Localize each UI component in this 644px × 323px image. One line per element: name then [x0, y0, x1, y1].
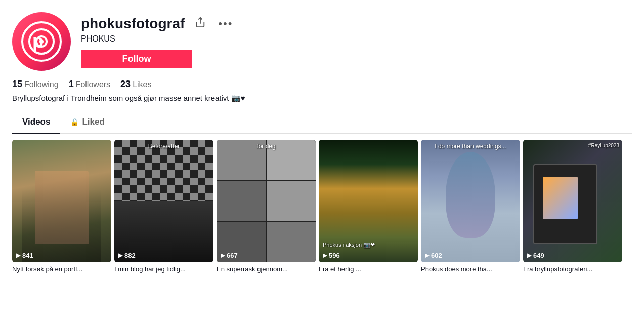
followers-label: Followers [76, 80, 110, 89]
videos-grid: ▶ 841 Nytt forsøk på en portf... Before/… [0, 134, 644, 279]
share-icon[interactable] [193, 15, 208, 32]
video-title: Nytt forsøk på en portf... [12, 265, 111, 273]
video-card[interactable]: Before/after ▶ 882 I min blog har jeg ti… [114, 140, 213, 273]
svg-text:p: p [32, 31, 44, 52]
play-icon: ▶ [527, 252, 531, 259]
video-title: I min blog har jeg tidlig... [114, 265, 213, 273]
play-icon: ▶ [118, 252, 122, 259]
likes-stat[interactable]: 23 Likes [120, 79, 151, 90]
display-name: PHOKUS [81, 34, 632, 44]
likes-label: Likes [133, 80, 151, 89]
video-title: Fra bryllupsfotograferi... [523, 265, 622, 273]
play-count: ▶ 882 [118, 252, 136, 259]
play-icon: ▶ [221, 252, 225, 259]
overlay-text: #Reyllup2023 [588, 143, 619, 148]
video-card[interactable]: I do more than weddings... ▶ 602 Phokus … [421, 140, 520, 273]
video-card[interactable]: for deg ▶ 667 En superrask gjennom... [217, 140, 316, 273]
video-thumbnail: #Reyllup2023 ▶ 649 [523, 140, 622, 262]
video-title: En superrask gjennom... [217, 265, 316, 273]
video-card[interactable]: #Reyllup2023 ▶ 649 Fra bryllupsfotografe… [523, 140, 622, 273]
overlay-text: Before/after [114, 143, 213, 150]
play-count: ▶ 596 [323, 252, 340, 259]
video-card[interactable]: ▶ 841 Nytt forsøk på en portf... [12, 140, 111, 273]
stats-row: 15 Following 1 Followers 23 Likes [12, 79, 632, 90]
video-thumbnail: ▶ 841 [12, 140, 111, 262]
video-thumbnail: Phokus i aksjon 📷❤ ▶ 596 [319, 140, 418, 262]
video-thumbnail: for deg ▶ 667 [217, 140, 316, 262]
more-options-icon[interactable]: ••• [216, 15, 235, 32]
following-stat[interactable]: 15 Following [12, 79, 59, 90]
bio: Bryllupsfotograf i Trondheim som også gj… [12, 94, 632, 103]
lock-icon: 🔒 [70, 118, 79, 126]
video-card[interactable]: Phokus i aksjon 📷❤ ▶ 596 Fra et herlig .… [319, 140, 418, 273]
tab-liked[interactable]: 🔒 Liked [60, 111, 114, 133]
play-icon: ▶ [323, 252, 327, 259]
video-title: Fra et herlig ... [319, 265, 418, 273]
followers-count: 1 [69, 79, 74, 90]
profile-info: phokusfotograf ••• PHOKUS Follow [81, 15, 632, 68]
video-thumbnail: Before/after ▶ 882 [114, 140, 213, 262]
play-count: ▶ 602 [425, 252, 442, 259]
username: phokusfotograf [81, 16, 185, 32]
video-thumbnail: I do more than weddings... ▶ 602 [421, 140, 520, 262]
avatar: p [12, 12, 71, 71]
play-count: ▶ 649 [527, 252, 544, 259]
play-icon: ▶ [425, 252, 429, 259]
phokus-label: Phokus i aksjon 📷❤ [323, 241, 375, 248]
following-count: 15 [12, 79, 22, 90]
overlay-text: I do more than weddings... [421, 143, 520, 150]
tab-videos[interactable]: Videos [12, 111, 60, 133]
tabs-row: Videos 🔒 Liked [12, 111, 632, 134]
video-title: Phokus does more tha... [421, 265, 520, 273]
play-icon: ▶ [16, 252, 20, 259]
play-count: ▶ 667 [221, 252, 238, 259]
likes-count: 23 [120, 79, 131, 90]
following-label: Following [24, 80, 59, 89]
overlay-text: for deg [217, 143, 316, 150]
followers-stat[interactable]: 1 Followers [69, 79, 110, 90]
follow-button[interactable]: Follow [81, 50, 192, 68]
play-count: ▶ 841 [16, 252, 33, 259]
